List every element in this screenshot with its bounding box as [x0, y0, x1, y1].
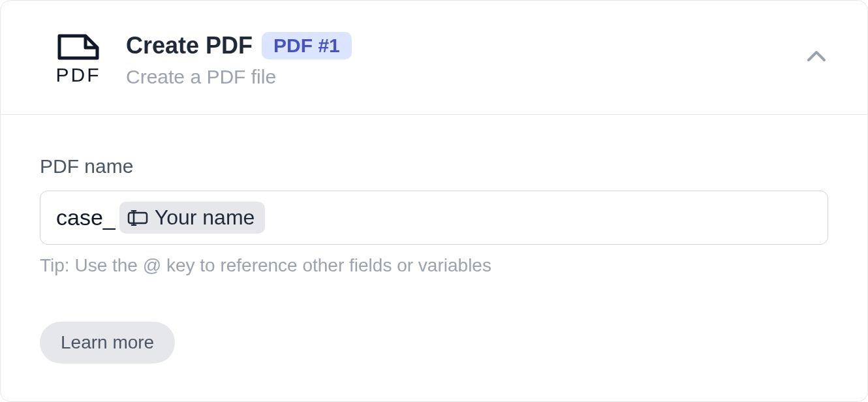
step-body: PDF name case_ Your name Tip: Use the @ …: [1, 115, 867, 363]
collapse-toggle[interactable]: [805, 44, 828, 70]
input-field-icon: [127, 210, 148, 226]
learn-more-button[interactable]: Learn more: [40, 322, 175, 363]
chevron-up-icon: [805, 44, 828, 68]
header-text: Create PDF PDF #1 Create a PDF file: [126, 32, 352, 88]
pdf-name-input[interactable]: case_ Your name: [40, 191, 828, 245]
input-text-prefix: case_: [56, 205, 116, 230]
title-row: Create PDF PDF #1: [126, 32, 352, 59]
step-badge: PDF #1: [262, 32, 352, 59]
svg-text:PDF: PDF: [56, 64, 101, 85]
variable-chip-label: Your name: [155, 206, 255, 230]
variable-chip[interactable]: Your name: [119, 202, 266, 234]
svg-rect-1: [129, 213, 147, 223]
step-header: PDF Create PDF PDF #1 Create a PDF file: [1, 1, 867, 115]
step-subtitle: Create a PDF file: [126, 66, 352, 88]
step-title: Create PDF: [126, 32, 253, 59]
pdf-step-card: PDF Create PDF PDF #1 Create a PDF file …: [0, 0, 868, 402]
input-tip: Tip: Use the @ key to reference other fi…: [40, 255, 828, 276]
pdf-name-label: PDF name: [40, 155, 828, 178]
pdf-icon: PDF: [52, 33, 105, 87]
